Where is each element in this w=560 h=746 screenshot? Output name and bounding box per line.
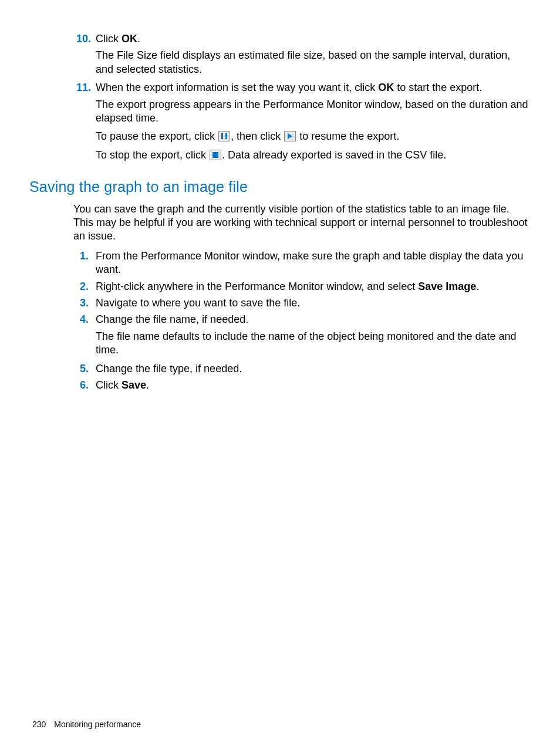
step-6: 6. Click Save. [73, 379, 531, 392]
list-number: 2. [73, 280, 89, 293]
page-number: 230 [32, 720, 46, 729]
list-number: 1. [73, 249, 89, 263]
pause-icon [218, 131, 230, 141]
list-text: Change the file name, if needed. [96, 313, 248, 325]
stop-icon [210, 150, 221, 160]
list-number: 11. [70, 81, 91, 94]
list-paragraph-stop: To stop the export, click . Data already… [96, 148, 531, 162]
list-paragraph-pause: To pause the export, click , then click … [96, 130, 531, 143]
list-text: Click OK. [96, 33, 140, 45]
list-number: 3. [73, 296, 89, 310]
chapter-title: Monitoring performance [54, 720, 141, 729]
list-paragraph: The file name defaults to include the na… [96, 330, 531, 357]
list-text: Right-click anywhere in the Performance … [96, 281, 479, 292]
list-text: From the Performance Monitor window, mak… [96, 250, 523, 275]
list-item-11: 11. When the export information is set t… [73, 81, 531, 162]
play-icon [284, 131, 296, 141]
list-number: 5. [73, 362, 89, 376]
list-paragraph: The export progress appears in the Perfo… [96, 98, 531, 126]
document-body: 10. Click OK. The File Size field displa… [29, 32, 531, 392]
list-item-10: 10. Click OK. The File Size field displa… [73, 32, 531, 76]
step-2: 2. Right-click anywhere in the Performan… [73, 280, 531, 293]
list-paragraph: The File Size field displays an estimate… [96, 49, 531, 76]
list-number: 10. [70, 32, 91, 46]
step-4: 4. Change the file name, if needed. The … [73, 313, 531, 357]
step-3: 3. Navigate to where you want to save th… [73, 296, 531, 310]
intro-paragraph: You can save the graph and the currently… [73, 202, 531, 244]
list-text: Click Save. [96, 379, 149, 391]
step-5: 5. Change the file type, if needed. [73, 362, 531, 376]
list-number: 6. [73, 379, 89, 392]
list-text: Change the file type, if needed. [96, 363, 242, 374]
list-text: Navigate to where you want to save the f… [96, 297, 300, 309]
page-footer: 230 Monitoring performance [32, 719, 141, 730]
section-heading: Saving the graph to an image file [29, 177, 531, 197]
list-text: When the export information is set the w… [96, 82, 482, 93]
ordered-list-continued: 10. Click OK. The File Size field displa… [73, 32, 531, 162]
ordered-list-steps: 1. From the Performance Monitor window, … [73, 249, 531, 393]
list-number: 4. [73, 313, 89, 326]
step-1: 1. From the Performance Monitor window, … [73, 249, 531, 277]
